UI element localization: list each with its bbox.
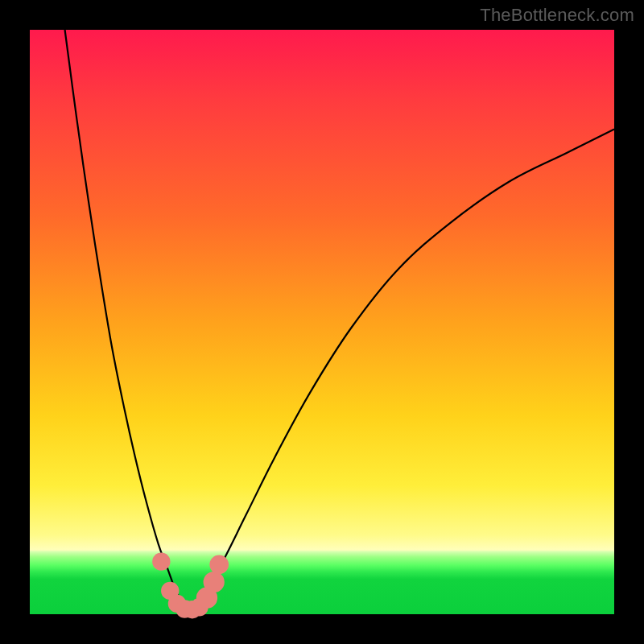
data-marker	[209, 555, 229, 574]
plot-area	[30, 30, 614, 614]
bottleneck-curve-left	[65, 30, 185, 605]
data-marker	[204, 572, 225, 592]
chart-frame: TheBottleneck.com	[0, 0, 644, 644]
bottleneck-curve-right	[193, 129, 614, 605]
curve-layer	[30, 30, 614, 614]
watermark-text: TheBottleneck.com	[480, 5, 634, 26]
data-marker	[152, 552, 170, 570]
data-markers	[152, 552, 229, 618]
